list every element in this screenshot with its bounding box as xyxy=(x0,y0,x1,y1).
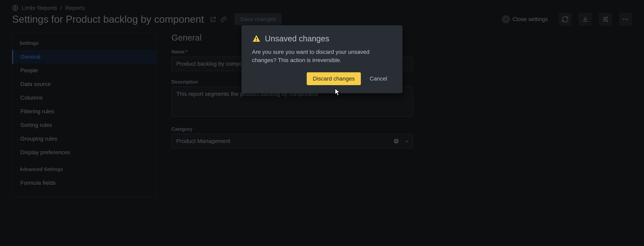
unsaved-changes-modal: Unsaved changes Are you sure you want to… xyxy=(242,25,402,93)
discard-button[interactable]: Discard changes xyxy=(307,72,361,85)
modal-actions: Discard changes Cancel xyxy=(252,72,392,85)
modal-title: Unsaved changes xyxy=(265,34,329,43)
svg-rect-8 xyxy=(256,37,257,39)
modal-overlay: Unsaved changes Are you sure you want to… xyxy=(0,0,644,246)
modal-body-text: Are you sure you want to discard your un… xyxy=(252,48,392,64)
warning-icon xyxy=(252,34,261,43)
svg-rect-9 xyxy=(256,40,257,41)
cancel-button[interactable]: Cancel xyxy=(365,72,392,85)
modal-header: Unsaved changes xyxy=(252,34,392,43)
